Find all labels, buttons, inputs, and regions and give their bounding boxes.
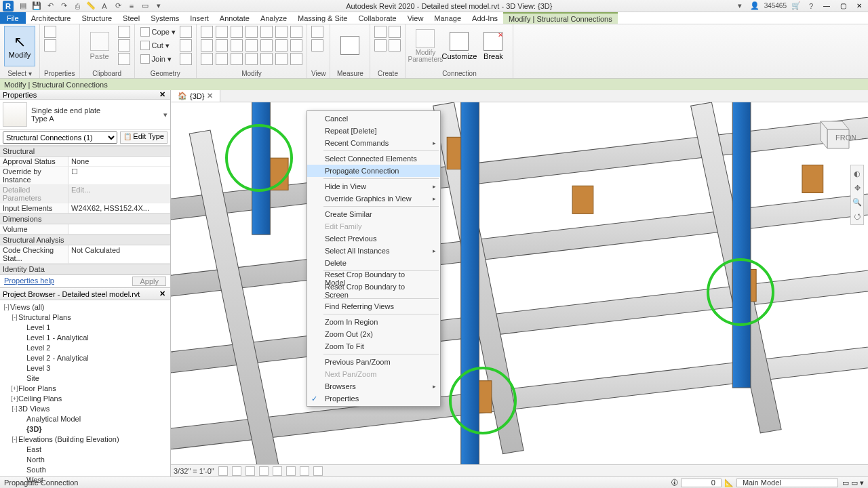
modify-tool-icon[interactable] <box>216 39 228 52</box>
geo-icon-3[interactable] <box>180 53 192 65</box>
apply-button[interactable]: Apply <box>132 277 166 286</box>
cart-icon[interactable]: 🛒 <box>791 1 802 12</box>
project-browser-tree[interactable]: [-]Views (all)[-]Structural PlansLevel 1… <box>0 300 170 486</box>
tree-node[interactable]: East <box>3 444 167 454</box>
sun-path-icon[interactable] <box>245 466 255 476</box>
modify-tool-icon[interactable] <box>290 26 302 38</box>
crop-region-icon[interactable] <box>286 466 296 476</box>
modify-tool-icon[interactable] <box>260 26 273 38</box>
property-row[interactable]: Code Checking Stat...Not Calculated <box>0 245 170 264</box>
ribbon-tab[interactable]: Massing & Site <box>292 12 353 24</box>
tree-node[interactable]: [+]Floor Plans <box>3 383 167 393</box>
undo-icon[interactable]: ↶ <box>45 1 56 12</box>
hide-isolate-icon[interactable] <box>300 466 309 476</box>
ribbon-tab[interactable]: Structure <box>76 12 117 24</box>
keynote-icon[interactable]: 👤 <box>749 1 760 12</box>
property-group-header[interactable]: Dimensions <box>0 214 170 224</box>
tree-node[interactable]: [-]Structural Plans <box>3 312 167 322</box>
context-menu-item[interactable]: Zoom To Fit <box>307 340 440 352</box>
reveal-icon[interactable] <box>313 466 323 476</box>
instance-filter[interactable]: Structural Connections (1) <box>3 131 117 144</box>
ribbon-tab[interactable]: Collaborate <box>353 12 401 24</box>
geo-icon-2[interactable] <box>180 39 192 52</box>
modify-tool-icon[interactable] <box>245 39 258 52</box>
open-icon[interactable]: ▤ <box>18 1 28 12</box>
save-icon[interactable]: 💾 <box>31 1 42 12</box>
tree-node[interactable]: Analytical Model <box>3 413 167 424</box>
close-hidden-icon[interactable]: ▭ <box>140 1 151 12</box>
modify-tool-icon[interactable] <box>201 26 213 38</box>
text-icon[interactable]: A <box>99 1 110 12</box>
modify-tool-icon[interactable] <box>275 53 288 65</box>
tree-node[interactable]: South <box>3 464 167 474</box>
cut-clipboard-icon[interactable] <box>118 26 130 38</box>
wheel-icon[interactable]: ◐ <box>851 167 863 180</box>
tree-node[interactable]: Level 1 <box>3 322 167 332</box>
tree-node[interactable]: [+]Ceiling Plans <box>3 393 167 403</box>
context-menu-item[interactable]: Reset Crop Boundary to Screen <box>307 285 440 297</box>
context-menu-item[interactable]: Select Connected Elements <box>307 152 440 165</box>
modify-tool-icon[interactable] <box>275 26 288 38</box>
modify-tool-button[interactable]: ↖Modify <box>4 26 35 66</box>
detail-level-icon[interactable] <box>218 466 228 476</box>
modify-tool-icon[interactable] <box>260 53 273 65</box>
property-row[interactable]: Approval StatusNone <box>0 157 170 167</box>
tree-node[interactable]: {3D} <box>3 424 167 434</box>
tree-node[interactable]: Level 2 - Analytical <box>3 352 167 363</box>
restore-button[interactable]: ▢ <box>837 1 849 11</box>
modify-tool-icon[interactable] <box>201 53 213 65</box>
properties-help-link[interactable]: Properties help <box>4 277 54 286</box>
measure-icon[interactable]: 📏 <box>85 1 96 12</box>
context-menu-item[interactable]: Recent Commands <box>307 137 440 149</box>
edit-type-button[interactable]: 📋 Edit Type <box>120 131 167 144</box>
context-menu-item[interactable]: Hide in View <box>307 180 440 192</box>
geo-icon-1[interactable] <box>180 26 192 38</box>
switch-window-icon[interactable]: ▾ <box>153 1 164 12</box>
visual-style-icon[interactable] <box>232 466 241 476</box>
tree-node[interactable]: [-]3D Views <box>3 403 167 413</box>
ribbon-tab[interactable]: Insert <box>184 12 214 24</box>
modify-tool-icon[interactable] <box>231 39 243 52</box>
modify-tool-icon[interactable] <box>290 39 302 52</box>
modify-tool-icon[interactable] <box>231 53 243 65</box>
search-icon[interactable]: ▾ <box>734 1 745 12</box>
ribbon-tab[interactable]: Steel <box>117 12 145 24</box>
break-button[interactable]: ✕Break <box>477 26 509 66</box>
tree-node[interactable]: Level 2 <box>3 342 167 352</box>
properties-icon[interactable] <box>44 39 56 52</box>
view-tab-3d[interactable]: 🏠 {3D} ✕ <box>171 90 220 102</box>
measure-button[interactable] <box>334 26 366 66</box>
context-menu-item[interactable]: Cancel <box>307 113 440 125</box>
ribbon-tab[interactable]: Annotate <box>214 12 255 24</box>
pb-close-icon[interactable]: ✕ <box>157 289 167 298</box>
help-icon[interactable]: ? <box>806 1 816 12</box>
zoom-icon[interactable]: 🔍 <box>851 196 863 208</box>
context-menu-item[interactable]: Select All Instances <box>307 245 440 257</box>
copy-clipboard-icon[interactable] <box>118 39 130 52</box>
modify-tool-icon[interactable] <box>216 53 228 65</box>
create-icon-4[interactable] <box>389 39 401 52</box>
viewcube[interactable]: FRONT <box>807 109 856 158</box>
context-menu-item[interactable]: Select Previous <box>307 232 440 245</box>
create-icon-2[interactable] <box>389 26 401 38</box>
context-menu-item[interactable]: Override Graphics in View <box>307 192 440 205</box>
view-tab-close-icon[interactable]: ✕ <box>207 92 213 100</box>
tree-node[interactable]: [-]Views (all) <box>3 302 167 312</box>
join-button[interactable]: Join ▾ <box>139 53 177 65</box>
ribbon-tab[interactable]: Analyze <box>255 12 292 24</box>
ribbon-tab[interactable]: Modify | Structural Connections <box>503 12 618 24</box>
type-selector[interactable]: Single side end plateType A ▾ <box>0 100 170 130</box>
ribbon-tab[interactable]: View <box>402 12 429 24</box>
property-row[interactable]: Detailed ParametersEdit... <box>0 185 170 203</box>
minimize-button[interactable]: — <box>821 1 833 11</box>
context-menu-item[interactable]: Propagate Connection <box>307 165 440 177</box>
view-icon-2[interactable] <box>311 39 323 52</box>
cope-button[interactable]: Cope ▾ <box>139 26 177 38</box>
create-icon-1[interactable] <box>374 26 387 38</box>
context-menu-item[interactable]: Create Similar <box>307 208 440 220</box>
property-group-header[interactable]: Structural Analysis <box>0 235 170 245</box>
ribbon-tab[interactable]: Systems <box>145 12 184 24</box>
print-icon[interactable]: ⎙ <box>72 1 83 12</box>
ribbon-tab[interactable]: Add-Ins <box>467 12 503 24</box>
thin-lines-icon[interactable]: ≡ <box>126 1 137 12</box>
